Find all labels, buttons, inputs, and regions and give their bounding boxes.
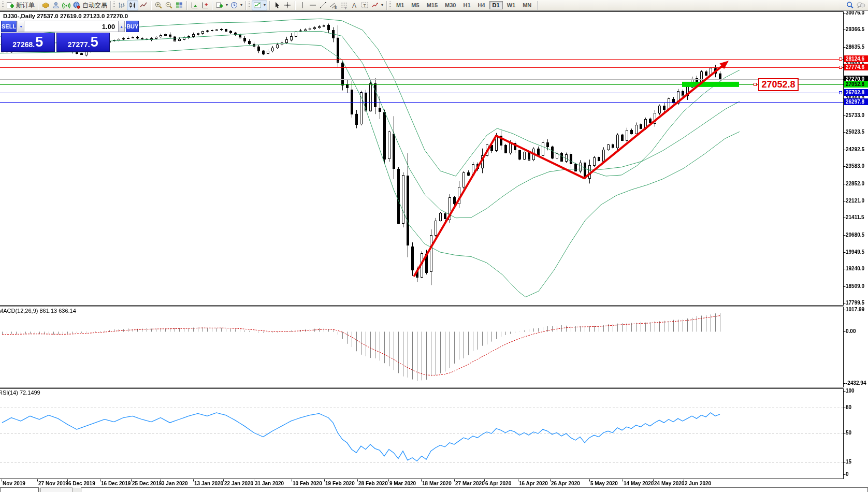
one-click-trading-panel: SELL ▼ ▲ BUY 27268. 5 27277. 5 (1, 21, 110, 52)
sell-price-panel[interactable]: 27268. 5 (1, 33, 55, 52)
zoom-out-icon (165, 1, 173, 9)
new-order-label: 新订单 (16, 1, 35, 10)
timeframe-D1[interactable]: D1 (489, 1, 503, 9)
date-tick-label: 22 Jan 2020 (224, 481, 253, 486)
separator (186, 1, 187, 10)
macd-value-main: 861.13 (39, 308, 57, 314)
timeframe-M1[interactable]: M1 (393, 1, 407, 9)
dropdown-caret[interactable]: ▾ (264, 3, 266, 7)
date-tick-label: 19 Feb 2020 (325, 481, 355, 486)
rsi-name: RSI(14) (0, 389, 18, 396)
dropdown-caret[interactable]: ▾ (226, 3, 228, 7)
chart-profile-button[interactable] (189, 1, 199, 10)
price-level-tag: 27774.6 (844, 64, 868, 70)
svg-text:A: A (352, 2, 356, 9)
text-label-icon: T (360, 1, 369, 9)
crosshair-icon (283, 1, 292, 9)
auto-trading-icon (73, 1, 81, 9)
crosshair-button[interactable] (282, 1, 293, 10)
tile-windows-button[interactable] (174, 1, 184, 10)
indicators-icon (253, 1, 262, 9)
horizontal-line-button[interactable] (308, 1, 318, 10)
chart-profile-add-button[interactable] (199, 1, 210, 10)
timeframe-M30[interactable]: M30 (442, 1, 459, 9)
date-tick-label: 16 Apr 2020 (519, 481, 548, 486)
line-chart-mode-button[interactable] (138, 1, 149, 10)
buy-button[interactable]: BUY (126, 21, 139, 32)
date-tick-label: 25 Dec 2019 (132, 481, 162, 486)
macd-indicator-label: MACD(12,26,9) 861.13 636.14 (0, 308, 76, 314)
separator (269, 1, 270, 10)
chart-canvas[interactable] (0, 0, 868, 492)
volume-increase-button[interactable]: ▲ (118, 21, 125, 32)
dropdown-caret[interactable]: ▾ (240, 3, 242, 7)
volume-decrease-button[interactable]: ▼ (18, 21, 24, 32)
search-button[interactable] (845, 1, 855, 10)
price-level-tag: 28124.6 (844, 55, 868, 62)
rsi-tick: 15 (846, 459, 851, 465)
price-tick: 23583.0 (846, 163, 864, 169)
price-annotation-label[interactable]: 27052.8 (758, 78, 799, 91)
svg-text:E: E (335, 6, 337, 9)
text-label-button[interactable]: T (359, 1, 370, 10)
deposit-button[interactable] (40, 1, 51, 10)
volume-input[interactable] (24, 21, 118, 32)
window-tab[interactable] (0, 487, 39, 492)
timeframe-M5[interactable]: M5 (408, 1, 422, 9)
sell-price-pip: 5 (35, 35, 43, 49)
price-tick: 22121.0 (846, 198, 864, 204)
window-tab[interactable] (40, 487, 73, 492)
toolbar-grip[interactable] (113, 2, 115, 9)
timeframe-H4[interactable]: H4 (475, 1, 488, 9)
timeframe-M15[interactable]: M15 (424, 1, 441, 9)
buy-price-panel[interactable]: 27277. 5 (56, 33, 110, 52)
date-tick-label: 6 Dec 2019 (68, 481, 95, 486)
vertical-line-button[interactable] (297, 1, 308, 10)
dropdown-caret[interactable]: ▾ (381, 3, 383, 7)
chat-icon (856, 1, 865, 9)
price-level-tag: 26297.8 (844, 98, 868, 105)
auto-trading-button[interactable]: 自动交易 (71, 1, 108, 10)
zoom-out-button[interactable] (164, 1, 174, 10)
price-tick: 17799.5 (846, 300, 864, 306)
macd-name: MACD(12,26,9) (0, 308, 38, 314)
zoom-in-button[interactable] (153, 1, 164, 10)
separator (537, 1, 538, 10)
timeframe-MN[interactable]: MN (519, 1, 534, 9)
sell-button[interactable]: SELL (1, 21, 17, 32)
new-order-button[interactable]: 新订单 (5, 1, 36, 10)
chat-button[interactable] (855, 1, 866, 10)
toolbar-grip[interactable] (249, 2, 250, 9)
separator (38, 1, 38, 10)
rsi-indicator-label: RSI(14) 72.1499 (0, 389, 40, 396)
fibonacci-button[interactable]: F (339, 1, 349, 10)
candlestick-mode-button[interactable] (127, 1, 138, 10)
cursor-button[interactable] (272, 1, 282, 10)
trendline-button[interactable] (318, 1, 328, 10)
toolbar-grip[interactable] (2, 2, 4, 9)
signals-icon (62, 1, 70, 9)
text-button[interactable]: A (349, 1, 359, 10)
timeframe-H1[interactable]: H1 (460, 1, 473, 9)
price-tick: 21411.5 (846, 214, 864, 220)
fibonacci-icon: F (340, 1, 348, 9)
svg-text:F: F (345, 6, 348, 10)
window-tab[interactable] (81, 487, 868, 492)
equidistant-channel-button[interactable]: E (328, 1, 339, 10)
vertical-line-icon (298, 1, 307, 9)
indicators-button[interactable]: ▾ (252, 1, 267, 10)
toolbar-grip[interactable] (389, 2, 391, 9)
macd-value-signal: 636.14 (59, 308, 76, 314)
add-chart-button[interactable]: ▾ (214, 1, 229, 10)
bar-chart-mode-button[interactable] (117, 1, 127, 10)
timeframe-W1[interactable]: W1 (504, 1, 519, 9)
arrow-objects-button[interactable]: ▾ (370, 1, 384, 10)
date-tick-label: 2 Jun 2020 (685, 481, 711, 486)
rsi-value: 72.1499 (20, 389, 40, 396)
community-button[interactable] (51, 1, 61, 10)
signals-button[interactable] (61, 1, 71, 10)
buy-price: 27277. (68, 40, 90, 49)
date-tick-label: 5 May 2020 (590, 481, 618, 486)
text-icon: A (350, 1, 358, 9)
period-clock-button[interactable]: ▾ (229, 1, 243, 10)
